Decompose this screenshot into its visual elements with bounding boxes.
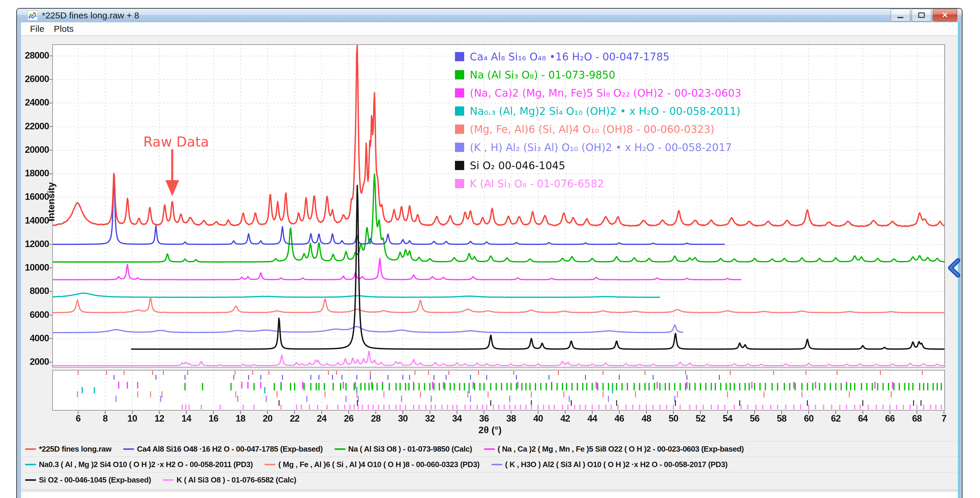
legend-swatch-icon — [455, 179, 464, 188]
series-dash-icon — [492, 464, 502, 465]
x-tick-label: 50 — [660, 413, 687, 424]
titlebar[interactable]: *225D fines long.raw + 8 ✕ — [17, 9, 962, 22]
bottom-legend-label: ( K , H3O ) Al2 ( Si3 Al ) O10 ( O H )2 … — [505, 460, 727, 469]
legend-item: Ca₄ Al₈ Si₁₆ O₄₈ •16 H₂O - 00-047-1785 — [455, 48, 741, 66]
app-chart-icon — [28, 10, 38, 21]
x-tick-label: 36 — [471, 413, 498, 424]
plot-legend: Ca₄ Al₈ Si₁₆ O₄₈ •16 H₂O - 00-047-1785Na… — [455, 48, 741, 193]
x-tick-label: 6 — [65, 413, 91, 424]
x-tick-label: 56 — [741, 413, 768, 424]
y-tick-label: 6000 — [16, 310, 49, 320]
x-tick-label: 14 — [173, 413, 200, 424]
x-tick-label: 62 — [822, 413, 849, 424]
legend-label: (Na, Ca)2 (Mg, Mn, Fe)5 Si₈ O₂₂ (OH)2 - … — [470, 87, 741, 99]
y-tick-label: 16000 — [16, 192, 49, 202]
y-tick-label: 14000 — [16, 215, 49, 226]
bottom-legend-item: ( Na , Ca )2 ( Mg , Mn , Fe )5 Si8 O22 (… — [484, 444, 744, 454]
bottom-legend-item: Na ( Al Si3 O8 ) - 01-073-9850 (Calc) — [335, 444, 472, 454]
legend-item: (K , H) Al₂ (Si₃ Al) O₁₀ (OH)2 • x H₂O -… — [455, 138, 741, 156]
x-axis-title: 2θ (°) — [457, 425, 523, 436]
bottom-legend-row: Si O2 - 00-046-1045 (Exp-based)K ( Al Si… — [21, 472, 958, 487]
series-dash-icon — [123, 449, 134, 450]
legend-swatch-icon — [455, 161, 464, 170]
x-tick-label: 48 — [633, 413, 660, 424]
legend-item: (Na, Ca)2 (Mg, Mn, Fe)5 Si₈ O₂₂ (OH)2 - … — [455, 84, 741, 102]
close-button[interactable]: ✕ — [933, 9, 957, 21]
legend-swatch-icon — [455, 88, 464, 97]
menu-file[interactable]: File — [25, 24, 49, 34]
menu-plots[interactable]: Plots — [49, 24, 78, 34]
bottom-legend-item: ( Mg , Fe , Al )6 ( Si , Al )4 O10 ( O H… — [265, 460, 479, 469]
x-tick-label: 26 — [335, 413, 362, 424]
x-tick-label: 12 — [146, 413, 173, 424]
legend-item: K (Al Si₃ O₈ - 01-076-6582 — [455, 174, 741, 193]
legend-swatch-icon — [455, 143, 464, 152]
series-dash-icon — [25, 449, 36, 450]
x-tick-label: 10 — [119, 413, 145, 424]
legend-label: K (Al Si₃ O₈ - 01-076-6582 — [470, 178, 604, 190]
x-tick-label: 42 — [552, 413, 579, 424]
window-title: *225D fines long.raw + 8 — [42, 10, 139, 21]
x-tick-label: 60 — [795, 413, 822, 424]
y-tick-label: 24000 — [16, 97, 49, 108]
y-tick-label: 12000 — [16, 239, 49, 249]
y-tick-label: 8000 — [16, 286, 49, 297]
y-tick-label: 18000 — [16, 168, 49, 179]
maximize-icon — [918, 13, 925, 18]
x-tick-label: 68 — [904, 413, 931, 424]
legend-swatch-icon — [455, 52, 464, 61]
close-icon: ✕ — [942, 10, 948, 20]
x-tick-label: 58 — [768, 413, 795, 424]
x-tick-label: 34 — [444, 413, 470, 424]
legend-label: Na (Al Si₃ O₈) - 01-073-9850 — [470, 69, 615, 81]
bottom-legend-item: Na0.3 ( Al , Mg )2 Si4 O10 ( O H )2 ·x H… — [25, 460, 253, 469]
y-tick-label: 4000 — [16, 333, 49, 344]
legend-item: Na (Al Si₃ O₈) - 01-073-9850 — [455, 66, 741, 84]
y-tick-label: 28000 — [16, 50, 49, 61]
bottom-legend-label: Na ( Al Si3 O8 ) - 01-073-9850 (Calc) — [348, 444, 472, 454]
y-tick-label: 10000 — [16, 262, 49, 273]
collapse-chevron-icon[interactable] — [947, 258, 961, 278]
legend-item: Si O₂ 00-046-1045 — [455, 156, 741, 174]
x-tick-label: 16 — [200, 413, 227, 424]
y-tick-label: 2000 — [16, 356, 49, 367]
x-tick-label: 32 — [417, 413, 443, 424]
x-tick-label: 8 — [92, 413, 118, 424]
x-tick-label: 18 — [227, 413, 254, 424]
legend-swatch-icon — [455, 124, 464, 134]
bottom-legend-item: Ca4 Al8 Si16 O48 ·16 H2 O - 00-047-1785 … — [123, 444, 323, 454]
x-tick-label: 24 — [308, 413, 335, 424]
below-window-area — [21, 492, 958, 498]
x-tick-label: 22 — [281, 413, 308, 424]
y-tick-label: 26000 — [16, 74, 49, 85]
bottom-strip — [21, 489, 958, 492]
legend-label: Si O₂ 00-046-1045 — [470, 160, 565, 172]
maximize-button[interactable] — [912, 9, 931, 21]
x-tick-label: 64 — [850, 413, 876, 424]
legend-label: (K , H) Al₂ (Si₃ Al) O₁₀ (OH)2 • x H₂O -… — [470, 142, 732, 153]
bottom-legend-item: ( K , H3O ) Al2 ( Si3 Al ) O10 ( O H )2 … — [492, 460, 727, 469]
legend-label: Ca₄ Al₈ Si₁₆ O₄₈ •16 H₂O - 00-047-1785 — [470, 51, 670, 63]
x-tick-label: 54 — [714, 413, 741, 424]
series-dash-icon — [25, 479, 36, 481]
menubar: File Plots — [21, 22, 958, 36]
minimize-icon — [897, 17, 904, 18]
legend-label: (Mg, Fe, Al)6 (Si, Al)4 O₁₀ (OH)8 - 00-0… — [470, 123, 714, 135]
bottom-legend-item: *225D fines long.raw — [25, 444, 111, 454]
bottom-legend-label: Na0.3 ( Al , Mg )2 Si4 O10 ( O H )2 ·x H… — [39, 460, 253, 469]
legend-swatch-icon — [455, 70, 464, 79]
x-tick-label: 28 — [362, 413, 389, 424]
x-tick-label: 7 — [931, 413, 958, 424]
raw-data-arrow-icon — [163, 148, 182, 199]
raw-data-annotation: Raw Data — [133, 134, 219, 150]
bottom-legend-row: Na0.3 ( Al , Mg )2 Si4 O10 ( O H )2 ·x H… — [21, 456, 958, 472]
screenshot-stage: *225D fines long.raw + 8 ✕ File Plots In… — [0, 0, 980, 498]
series-dash-icon — [484, 449, 495, 450]
minimize-button[interactable] — [891, 9, 910, 21]
y-tick-label: 20000 — [16, 145, 49, 155]
series-dash-icon — [335, 449, 345, 450]
series-dash-icon — [163, 479, 174, 481]
x-tick-label: 40 — [525, 413, 552, 424]
x-tick-label: 66 — [877, 413, 903, 424]
x-tick-label: 38 — [498, 413, 525, 424]
